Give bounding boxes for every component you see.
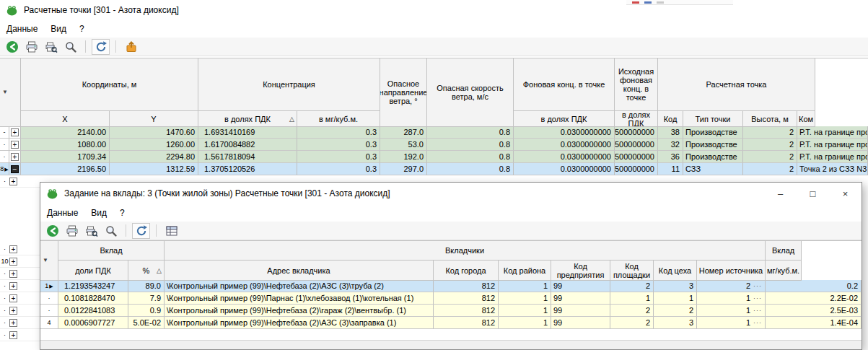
cell-wind-dir[interactable]: 53.0: [380, 139, 427, 151]
menu-data[interactable]: Данные: [40, 206, 84, 220]
point-row[interactable]: · 1080.00 1260.00 1.6170084882 0.3 53.0 …: [0, 139, 868, 151]
menu-view[interactable]: Вид: [84, 206, 113, 220]
cell-enterprise-code[interactable]: 99: [551, 280, 610, 292]
cell-fon[interactable]: 0.0300000000: [514, 126, 615, 139]
cell-shop-code[interactable]: 3: [654, 317, 697, 329]
maximize-button[interactable]: □: [797, 183, 829, 204]
cell-site-code[interactable]: 2: [610, 305, 654, 317]
point-row[interactable]: - 2140.00 1470.60 1.6931410169 0.3 287.0…: [0, 126, 868, 139]
cell-height[interactable]: 2: [743, 139, 797, 151]
cell-fon[interactable]: 0.0300000000: [514, 139, 615, 151]
cell-mg[interactable]: 0.3: [297, 151, 380, 163]
cell-comment[interactable]: Р.Т. на границе про: [797, 139, 868, 151]
cell-x[interactable]: 2196.50: [21, 163, 110, 175]
cell-pdk[interactable]: 1.6931410169: [198, 126, 297, 139]
header-pdk-share[interactable]: в долях ПДК△: [198, 111, 297, 127]
header-point-type[interactable]: Тип точки: [683, 111, 743, 127]
cell-percent[interactable]: 5.0E-02: [128, 317, 165, 329]
contrib-row[interactable]: · 0.1081828470 7.9 \Контрольный пример (…: [40, 292, 862, 305]
cell-mg[interactable]: 2.2E-02: [766, 292, 862, 305]
cell-comment[interactable]: Р.Т. на границе про: [797, 126, 868, 139]
cell-address[interactable]: \Контрольный пример (99)\Парнас (1)\хлеб…: [165, 292, 434, 305]
menu-data[interactable]: Данные: [0, 22, 44, 36]
header-y[interactable]: Y: [110, 111, 198, 127]
cell-y[interactable]: 2294.80: [110, 151, 198, 163]
cell-height[interactable]: 2: [743, 151, 797, 163]
expand-button[interactable]: [9, 270, 17, 278]
cell-initial-fon[interactable]: 1500000000: [615, 151, 658, 163]
cell-type[interactable]: СЗЗ: [683, 163, 743, 175]
close-button[interactable]: ×: [829, 183, 862, 204]
cell-initial-fon[interactable]: 1500000000: [615, 126, 658, 139]
menu-help[interactable]: ?: [113, 206, 131, 220]
column-chooser[interactable]: ▼: [40, 241, 58, 281]
cell-pdk[interactable]: 1.5617818094: [198, 151, 297, 163]
strip-row[interactable]: ·: [0, 268, 40, 280]
cell-x[interactable]: 1709.34: [21, 151, 110, 163]
cell-site-code[interactable]: 2: [610, 317, 654, 329]
cell-percent[interactable]: 89.0: [128, 280, 165, 292]
cell-district-code[interactable]: 1: [499, 305, 551, 317]
cell-district-code[interactable]: 1: [499, 317, 551, 329]
strip-row[interactable]: 10: [0, 255, 40, 268]
header-city-code[interactable]: Код города: [434, 261, 499, 281]
header-initial-pdk[interactable]: в долях ПДК: [615, 111, 658, 127]
expand-button[interactable]: [11, 153, 19, 161]
header-height[interactable]: Высота, м: [743, 111, 797, 127]
contrib-row-selected[interactable]: 1 1.2193543247 89.0 \Контрольный пример …: [40, 280, 862, 292]
cell-x[interactable]: 2140.00: [21, 126, 110, 139]
table-view-button[interactable]: [162, 223, 180, 239]
contrib-row[interactable]: · 0.0122841083 0.9 \Контрольный пример (…: [40, 305, 862, 317]
header-district-code[interactable]: Код района: [499, 261, 551, 281]
ellipsis-button[interactable]: ···: [753, 318, 762, 328]
column-chooser[interactable]: ▼: [0, 58, 21, 127]
header-source-number[interactable]: Номер источника: [697, 261, 766, 281]
cell-wind-speed[interactable]: 0.8: [427, 139, 514, 151]
cell-city-code[interactable]: 812: [434, 292, 499, 305]
header-percent[interactable]: %△: [128, 261, 165, 281]
expand-button[interactable]: [9, 331, 17, 339]
strip-row[interactable]: ·: [0, 305, 40, 317]
cell-address[interactable]: \Контрольный пример (99)\Нефтебаза (2)\г…: [165, 305, 434, 317]
cell-mg[interactable]: 0.3: [297, 126, 380, 139]
expand-button[interactable]: [11, 128, 19, 136]
menu-help[interactable]: ?: [73, 22, 91, 36]
cell-address[interactable]: \Контрольный пример (99)\Нефтебаза (2)\А…: [165, 317, 434, 329]
cell-percent[interactable]: 7.9: [128, 292, 165, 305]
expand-button[interactable]: [9, 245, 17, 253]
cell-pdk-share[interactable]: 1.2193543247: [58, 280, 128, 292]
cell-code[interactable]: 11: [658, 163, 683, 175]
print-button[interactable]: [63, 223, 81, 239]
cell-wind-speed[interactable]: 0.8: [427, 126, 514, 139]
search-button[interactable]: [102, 223, 120, 239]
print-preview-button[interactable]: [82, 223, 100, 239]
cell-percent[interactable]: 0.9: [128, 305, 165, 317]
cell-shop-code[interactable]: 1: [654, 292, 697, 305]
cell-pdk[interactable]: 1.6170084882: [198, 139, 297, 151]
cell-wind-speed[interactable]: 0.8: [427, 163, 514, 175]
cell-enterprise-code[interactable]: 99: [551, 317, 610, 329]
header-mg[interactable]: мг/куб.м.: [766, 261, 802, 281]
cell-shop-code[interactable]: 2: [654, 305, 697, 317]
cell-comment[interactable]: Р.Т. на границе про: [797, 151, 868, 163]
cell-wind-dir[interactable]: 287.0: [380, 126, 427, 139]
cell-wind-speed[interactable]: 0.8: [427, 151, 514, 163]
cell-type[interactable]: Производстве: [683, 126, 743, 139]
cell-site-code[interactable]: 1: [610, 292, 654, 305]
cell-fon[interactable]: 0.0300000000: [514, 151, 615, 163]
header-wind-speed[interactable]: Опасная скорость ветра, м/с: [427, 58, 514, 127]
expand-button[interactable]: [9, 319, 17, 327]
cell-code[interactable]: 38: [658, 126, 683, 139]
collapse-button[interactable]: [11, 165, 19, 173]
cell-mg[interactable]: 0.3: [297, 139, 380, 151]
strip-row[interactable]: ·: [0, 317, 40, 329]
header-shop-code[interactable]: Код цеха: [654, 261, 697, 281]
contrib-row[interactable]: 4 0.0006907727 5.0E-02 \Контрольный прим…: [40, 317, 862, 329]
cell-source-number[interactable]: 1···: [697, 292, 766, 305]
header-mg[interactable]: в мг/куб.м.: [297, 111, 380, 127]
cell-address[interactable]: \Контрольный пример (99)\Нефтебаза (2)\А…: [165, 280, 434, 292]
cell-mg[interactable]: 0.2: [766, 280, 862, 292]
cell-wind-dir[interactable]: 192.0: [380, 151, 427, 163]
cell-mg[interactable]: 1.4E-04: [766, 317, 862, 329]
header-pdk-share[interactable]: доли ПДК: [58, 261, 128, 281]
